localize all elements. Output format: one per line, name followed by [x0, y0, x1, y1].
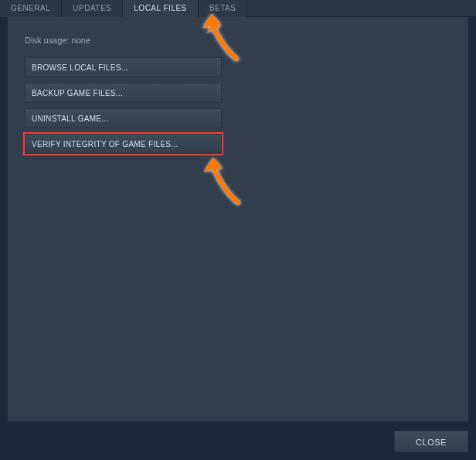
- tab-bar-fill: [247, 0, 476, 17]
- tab-updates[interactable]: UPDATES: [62, 0, 123, 17]
- verify-integrity-button[interactable]: VERIFY INTEGRITY OF GAME FILES...: [25, 134, 222, 154]
- footer: CLOSE: [394, 431, 468, 452]
- close-button[interactable]: CLOSE: [394, 431, 468, 452]
- disk-usage-label: Disk usage: none: [25, 36, 451, 45]
- tab-general[interactable]: GENERAL: [0, 0, 62, 17]
- tab-betas[interactable]: BETAS: [199, 0, 248, 17]
- tab-local-files[interactable]: LOCAL FILES: [123, 0, 199, 17]
- backup-game-files-button[interactable]: BACKUP GAME FILES...: [25, 83, 222, 103]
- browse-local-files-button[interactable]: BROWSE LOCAL FILES...: [25, 57, 222, 77]
- tab-bar: GENERAL UPDATES LOCAL FILES BETAS: [0, 0, 476, 17]
- uninstall-game-button[interactable]: UNINSTALL GAME...: [25, 108, 222, 128]
- content-panel: Disk usage: none BROWSE LOCAL FILES... B…: [8, 17, 468, 421]
